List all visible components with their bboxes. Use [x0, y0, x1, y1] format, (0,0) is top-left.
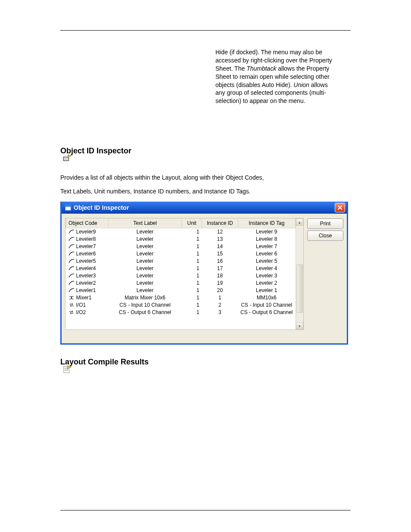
cell-text-label: Leveler [108, 287, 181, 294]
cell-object-code: Leveler3 [76, 273, 96, 279]
text: allows the Property [276, 65, 329, 72]
table-row[interactable]: I/O2CS - Output 6 Channel13CS - Output 6… [66, 309, 296, 316]
cell-instance-id: 15 [202, 250, 238, 258]
table-row[interactable]: Leveler5Leveler116Leveler 5 [66, 258, 296, 265]
close-button[interactable]: Close [307, 230, 343, 241]
scroll-down-icon[interactable]: ▾ [296, 322, 303, 330]
col-instance-id[interactable]: Instance ID [202, 218, 238, 228]
cell-instance-id-tag: MM10x6 [238, 294, 295, 302]
cell-object-code: Leveler8 [76, 236, 96, 242]
cell-object-code: Leveler4 [76, 265, 96, 271]
scroll-thumb[interactable] [296, 264, 303, 313]
io-icon [68, 310, 75, 315]
cell-text-label: Leveler [108, 243, 181, 250]
cell-unit: 1 [182, 250, 202, 258]
col-unit[interactable]: Unit [182, 218, 202, 228]
cell-unit: 1 [182, 280, 202, 287]
cell-unit: 1 [182, 236, 202, 243]
cell-text-label: Leveler [108, 272, 181, 280]
cell-instance-id: 1 [202, 294, 238, 302]
leveler-icon [68, 244, 75, 249]
cell-instance-id-tag: Leveler 8 [238, 236, 295, 243]
text: any group of selected components (multi- [215, 89, 326, 96]
text: Sheet. The [215, 65, 246, 72]
cell-instance-id-tag: CS - Input 10 Channel [238, 302, 295, 309]
cell-text-label: Leveler [108, 258, 181, 265]
table-row[interactable]: I/O1CS - Input 10 Channel12CS - Input 10… [66, 302, 296, 309]
table-row[interactable]: Leveler6Leveler115Leveler 6 [66, 250, 296, 258]
titlebar[interactable]: Object ID Inspector [62, 202, 347, 214]
cell-text-label: Leveler [108, 228, 181, 236]
cell-instance-id: 17 [202, 265, 238, 272]
cell-instance-id-tag: Leveler 3 [238, 272, 295, 280]
section-heading-layout-compile-results: Layout Compile Results [60, 358, 149, 367]
text: accessed by right-clicking over the Prop… [215, 57, 332, 64]
table-row[interactable]: Leveler1Leveler120Leveler 1 [66, 287, 296, 294]
description-line-2: Text Labels, Unit numbers, Instance ID n… [60, 188, 251, 195]
table-row[interactable]: Leveler9Leveler112Leveler 9 [66, 228, 296, 236]
cell-instance-id-tag: Leveler 7 [238, 243, 295, 250]
cell-instance-id-tag: Leveler 4 [238, 265, 295, 272]
cell-instance-id: 3 [202, 309, 238, 316]
cell-object-code: Mixer1 [76, 295, 92, 301]
cell-object-code: Leveler6 [76, 251, 96, 257]
table-row[interactable]: Leveler7Leveler114Leveler 7 [66, 243, 296, 250]
cell-text-label: CS - Output 6 Channel [108, 309, 181, 316]
cell-object-code: Leveler7 [76, 243, 96, 249]
cell-unit: 1 [182, 294, 202, 302]
cell-text-label: CS - Input 10 Channel [108, 302, 181, 309]
cell-unit: 1 [182, 302, 202, 309]
object-table: Object Code Text Label Unit Instance ID … [65, 218, 304, 330]
table-row[interactable]: Mixer1Matrix Mixer 10x611MM10x6 [66, 294, 296, 302]
text: allows [309, 81, 328, 88]
layout-compile-results-toolbar-icon [62, 364, 72, 374]
object-id-inspector-window: Object ID Inspector Object Code Text Lab… [60, 202, 348, 345]
cell-object-code: Leveler2 [76, 280, 96, 286]
leveler-icon [68, 288, 75, 293]
cell-text-label: Matrix Mixer 10x6 [108, 294, 181, 302]
cell-unit: 1 [182, 287, 202, 294]
text: selection) to appear on the menu. [215, 97, 305, 104]
table-row[interactable]: Leveler4Leveler117Leveler 4 [66, 265, 296, 272]
mixer-icon [68, 295, 75, 300]
table-row[interactable]: Leveler8Leveler113Leveler 8 [66, 236, 296, 243]
table-row[interactable]: Leveler3Leveler118Leveler 3 [66, 272, 296, 280]
table-row[interactable]: Leveler2Leveler119Leveler 2 [66, 280, 296, 287]
cell-unit: 1 [182, 243, 202, 250]
divider-top [60, 30, 351, 31]
cell-instance-id: 2 [202, 302, 238, 309]
leveler-icon [68, 236, 75, 242]
scroll-track[interactable] [296, 226, 303, 322]
paragraph: Hide (if docked). The menu may also be a… [215, 48, 349, 105]
print-button[interactable]: Print [307, 218, 343, 229]
col-instance-id-tag[interactable]: Instance ID Tag [238, 218, 295, 228]
cell-instance-id-tag: Leveler 6 [238, 250, 295, 258]
cell-instance-id: 13 [202, 236, 238, 243]
object-id-inspector-toolbar-icon [62, 153, 72, 162]
cell-text-label: Leveler [108, 280, 181, 287]
cell-instance-id: 12 [202, 228, 238, 236]
col-text-label[interactable]: Text Label [108, 218, 181, 228]
divider-bottom [60, 510, 351, 510]
scrollbar[interactable]: ▴ ▾ [296, 218, 303, 330]
leveler-icon [68, 273, 75, 278]
italic-term: Thumbtack [246, 65, 276, 72]
cell-instance-id: 16 [202, 258, 238, 265]
cell-text-label: Leveler [108, 236, 181, 243]
text: objects (disables Auto Hide). [215, 81, 293, 88]
leveler-icon [68, 258, 75, 264]
cell-object-code: I/O2 [76, 309, 86, 315]
cell-object-code: Leveler1 [76, 287, 96, 293]
leveler-icon [68, 251, 75, 256]
leveler-icon [68, 280, 75, 286]
leveler-icon [68, 229, 75, 234]
col-object-code[interactable]: Object Code [66, 218, 109, 228]
cell-instance-id-tag: Leveler 9 [238, 228, 295, 236]
close-icon[interactable] [335, 203, 345, 212]
io-icon [68, 302, 75, 308]
scroll-up-icon[interactable]: ▴ [296, 218, 303, 226]
cell-unit: 1 [182, 265, 202, 272]
svg-rect-1 [64, 158, 68, 160]
cell-instance-id-tag: Leveler 2 [238, 280, 295, 287]
cell-unit: 1 [182, 258, 202, 265]
